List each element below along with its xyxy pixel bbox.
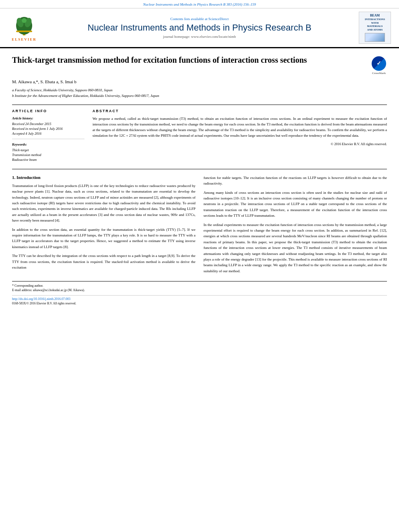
footer-rights: 0168-583X/© 2016 Elsevier B.V. All right… [12,302,387,305]
abstract-title: ABSTRACT [93,109,387,113]
keywords-label: Keywords: [12,142,84,146]
article-title-block: Thick-target transmission method for exc… [12,55,387,75]
article-info-title: ARTICLE INFO [12,109,84,113]
elsevier-text: ELSEVIER [12,37,37,41]
footer-bar: http://dx.doi.org/10.1016/j.nimb.2016.07… [12,295,387,305]
kw1: Thick-target [12,148,84,152]
kw3: Radioactive beam [12,158,84,162]
corresponding-author: * Corresponding author. [12,284,387,288]
affiliations-block: a Faculty of Science, Hokkaido Universit… [12,87,387,99]
crossmark-block: ✓ CrossMark [371,56,387,75]
journal-homepage: journal homepage: www.elsevier.com/locat… [45,35,354,39]
affiliation-b: b Institute for the Advancement of Highe… [12,93,387,99]
abstract-text: We propose a method, called as thick-tar… [93,116,387,139]
left-column: 1. Introduction Transmutation of long-li… [12,175,195,277]
right-column: function for stable targets. The excitat… [204,175,387,277]
email-address: E-mail address: aikawa@sci.hokudai.ac.jp… [12,288,387,292]
received-date: Received 24 December 2015 [12,122,84,126]
footnote-area: * Corresponding author. E-mail address: … [12,281,387,292]
intro-para1: Transmutation of long-lived fission prod… [12,183,195,224]
article-title-text: Thick-target transmission method for exc… [12,55,367,65]
doi-link[interactable]: http://dx.doi.org/10.1016/j.nimb.2016.07… [12,297,387,301]
abstract-section: ABSTRACT We propose a method, called as … [93,109,387,162]
svg-rect-5 [16,31,32,32]
revised-date: Received in revised form 1 July 2016 [12,127,84,131]
crossmark-label: CrossMark [372,72,386,75]
authors-line: M. Aikawa a,*, S. Ebata a, S. Imai b [12,79,387,84]
intro-heading: 1. Introduction [12,175,195,180]
right-para2: Among many kinds of cross sections an in… [204,190,387,219]
two-col-layout: 1. Introduction Transmutation of long-li… [12,175,387,277]
right-para3: In the ordinal experiments to measure th… [204,222,387,274]
info-abstract-row: ARTICLE INFO Article history: Received 2… [12,105,387,162]
kw2: Transmission method [12,153,84,157]
elsevier-logo: ELSEVIER [8,14,40,41]
elsevier-tree-icon [12,14,36,37]
article-info-panel: ARTICLE INFO Article history: Received 2… [12,109,84,162]
svg-point-4 [22,18,27,23]
intro-para3: The TTY can be described by the integrat… [12,253,195,270]
right-para1: function for stable targets. The excitat… [204,175,387,187]
history-label: Article history: [12,116,84,120]
intro-para2: In addition to the cross section data, a… [12,227,195,250]
journal-citation: Nuclear Instruments and Methods in Physi… [0,0,399,8]
journal-header: ELSEVIER Contents lists available at Sci… [0,8,399,48]
body-section: 1. Introduction Transmutation of long-li… [12,169,387,277]
journal-title-main: Nuclear Instruments and Methods in Physi… [45,23,354,33]
accepted-date: Accepted 4 July 2016 [12,131,84,136]
sciencedirect-line: Contents lists available at ScienceDirec… [45,17,354,21]
journal-title-block: Contents lists available at ScienceDirec… [45,17,354,39]
copyright-line: © 2016 Elsevier B.V. All rights reserved… [93,142,387,146]
journal-thumbnail: BEAM INTERACTIONS WITH MATERIALS AND ATO… [359,12,391,44]
crossmark-icon: ✓ [372,56,386,71]
main-content: Thick-target transmission method for exc… [0,48,399,313]
affiliation-a: a Faculty of Science, Hokkaido Universit… [12,87,387,93]
